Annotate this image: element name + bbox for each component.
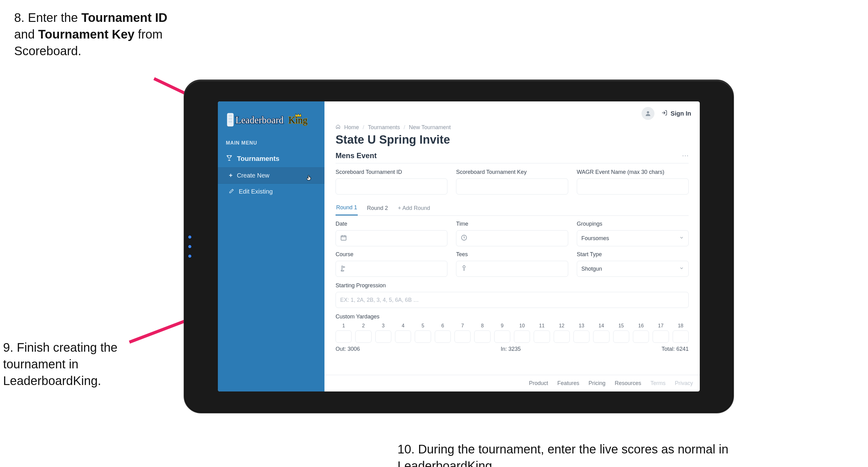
svg-point-11 xyxy=(341,270,344,271)
yardage-total: Total: 6241 xyxy=(661,346,689,352)
label-starting-progression: Starting Progression xyxy=(336,282,689,289)
hole-input[interactable] xyxy=(415,330,431,343)
brand-logo: Leaderboard King xyxy=(218,101,324,138)
select-groupings[interactable]: Foursomes xyxy=(577,230,689,246)
hole-number: 17 xyxy=(658,323,664,329)
hole-input[interactable] xyxy=(455,330,470,343)
breadcrumb: Home / Tournaments / New Tournament xyxy=(336,124,689,131)
hole-input[interactable] xyxy=(554,330,570,343)
page-title: State U Spring Invite xyxy=(336,133,689,146)
yardage-hole: 6 xyxy=(435,323,451,343)
placeholder-text: EX: 1, 2A, 2B, 3, 4, 5, 6A, 6B … xyxy=(340,297,419,303)
out-value: 3006 xyxy=(347,346,360,352)
tab-round-1[interactable]: Round 1 xyxy=(336,201,358,215)
svg-rect-5 xyxy=(229,121,232,123)
tablet-frame: Leaderboard King MAIN MENU Tournaments xyxy=(184,80,734,413)
input-sb-tournament-key[interactable] xyxy=(456,178,568,195)
input-time[interactable] xyxy=(456,230,568,246)
sidebar-item-label: Create New xyxy=(237,172,270,179)
yardage-hole: 10 xyxy=(514,323,530,343)
sidebar-section-label: MAIN MENU xyxy=(218,138,324,150)
hole-number: 1 xyxy=(342,323,345,329)
footer-features[interactable]: Features xyxy=(557,380,579,386)
footer-product[interactable]: Product xyxy=(529,380,548,386)
hole-input[interactable] xyxy=(653,330,669,343)
edit-icon xyxy=(229,188,235,195)
annotation-step-9: 9. Finish creating the tournament in Lea… xyxy=(3,339,129,389)
hole-input[interactable] xyxy=(593,330,609,343)
hole-input[interactable] xyxy=(633,330,649,343)
hole-input[interactable] xyxy=(375,330,391,343)
hole-number: 14 xyxy=(599,323,604,329)
label-wagr-event-name: WAGR Event Name (max 30 chars) xyxy=(577,169,689,175)
annotation-bold-1: Tournament ID xyxy=(81,11,167,24)
main-panel: Sign In Home / Tournaments / New Tournam… xyxy=(324,101,700,391)
footer-pricing[interactable]: Pricing xyxy=(589,380,606,386)
breadcrumb-sep: / xyxy=(404,124,405,131)
select-start-type[interactable]: Shotgun xyxy=(577,261,689,277)
yardage-hole: 2 xyxy=(355,323,371,343)
yardage-hole: 8 xyxy=(474,323,490,343)
breadcrumb-new-tournament: New Tournament xyxy=(409,124,451,131)
hole-input[interactable] xyxy=(474,330,490,343)
in-label: In: xyxy=(501,346,507,352)
footer-resources[interactable]: Resources xyxy=(615,380,641,386)
breadcrumb-sep: / xyxy=(363,124,364,131)
hole-input[interactable] xyxy=(336,330,351,343)
sidebar-item-label: Tournaments xyxy=(237,155,279,163)
total-label: Total: xyxy=(661,346,675,352)
annotation-step-8: 8. Enter the Tournament ID and Tournamen… xyxy=(14,9,175,59)
input-sb-tournament-id[interactable] xyxy=(336,178,447,195)
flag-icon xyxy=(340,265,347,273)
footer-privacy[interactable]: Privacy xyxy=(675,380,693,386)
hole-input[interactable] xyxy=(613,330,629,343)
hole-input[interactable] xyxy=(435,330,451,343)
input-course[interactable] xyxy=(336,261,447,277)
hole-input[interactable] xyxy=(514,330,530,343)
event-menu-button[interactable]: ⋯ xyxy=(682,152,689,160)
sign-in-label: Sign In xyxy=(671,110,691,117)
label-start-type: Start Type xyxy=(577,251,689,258)
sidebar-item-edit-existing[interactable]: Edit Existing xyxy=(218,184,324,199)
topbar: Sign In xyxy=(324,101,700,124)
input-tees[interactable] xyxy=(456,261,568,277)
avatar[interactable] xyxy=(642,107,654,120)
round-tabs: Round 1 Round 2 + Add Round xyxy=(336,201,689,216)
input-wagr-event-name[interactable] xyxy=(577,178,689,195)
input-starting-progression[interactable]: EX: 1, 2A, 2B, 3, 4, 5, 6A, 6B … xyxy=(336,292,689,308)
field-sb-tournament-key: Scoreboard Tournament Key xyxy=(456,169,568,195)
footer-terms[interactable]: Terms xyxy=(650,380,665,386)
hole-input[interactable] xyxy=(534,330,550,343)
label-date: Date xyxy=(336,221,447,227)
yardage-out: Out: 3006 xyxy=(336,346,360,352)
user-icon xyxy=(645,110,651,117)
hole-number: 9 xyxy=(501,323,503,329)
field-wagr-event-name: WAGR Event Name (max 30 chars) xyxy=(577,169,689,195)
hole-number: 12 xyxy=(559,323,564,329)
hole-input[interactable] xyxy=(395,330,411,343)
breadcrumb-tournaments[interactable]: Tournaments xyxy=(368,124,400,131)
yardage-hole: 14 xyxy=(593,323,609,343)
label-custom-yardages: Custom Yardages xyxy=(336,314,689,320)
hole-input[interactable] xyxy=(355,330,371,343)
plus-icon: + xyxy=(229,172,232,179)
svg-point-12 xyxy=(463,265,465,268)
annotation-bold-2: Tournament Key xyxy=(38,27,135,41)
total-value: 6241 xyxy=(676,346,689,352)
tab-add-round[interactable]: + Add Round xyxy=(397,202,431,215)
yardage-hole: 9 xyxy=(494,323,510,343)
yardage-hole: 11 xyxy=(534,323,550,343)
sign-in-button[interactable]: Sign In xyxy=(661,110,691,117)
breadcrumb-home[interactable]: Home xyxy=(344,124,359,131)
hole-input[interactable] xyxy=(494,330,510,343)
footer-links: Product Features Pricing Resources Terms… xyxy=(324,375,700,391)
svg-rect-3 xyxy=(229,115,232,117)
tab-round-2[interactable]: Round 2 xyxy=(366,202,389,215)
hole-input[interactable] xyxy=(574,330,589,343)
yardage-hole: 16 xyxy=(633,323,649,343)
hole-input[interactable] xyxy=(673,330,689,343)
sidebar-item-tournaments[interactable]: Tournaments xyxy=(218,150,324,167)
input-date[interactable] xyxy=(336,230,447,246)
document-canvas: 8. Enter the Tournament ID and Tournamen… xyxy=(0,0,868,467)
yardage-hole: 5 xyxy=(415,323,431,343)
